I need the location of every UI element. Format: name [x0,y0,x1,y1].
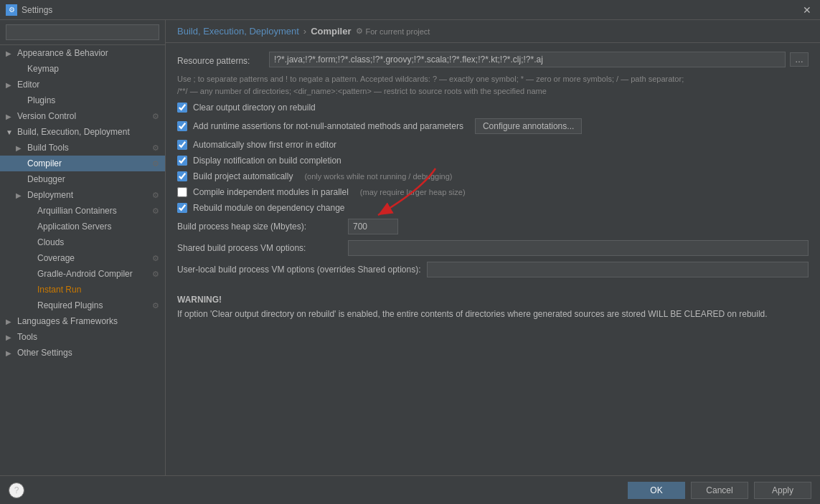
display-notification-label[interactable]: Display notification on build completion [193,156,341,166]
auto-show-error-checkbox[interactable] [177,140,187,150]
resource-patterns-label: Resource patterns: [177,54,263,66]
expand-icon: ▶ [6,318,16,325]
for-current-project: ⚙ For current project [356,27,430,36]
sidebar-item-build-exec-deploy[interactable]: ▼Build, Execution, Deployment [0,124,165,140]
sidebar-item-label: Required Plugins [37,300,149,310]
apply-button[interactable]: Apply [754,482,811,499]
sidebar-item-other-settings[interactable]: ▶Other Settings [0,345,165,361]
sidebar-item-label: Arquillian Containers [37,206,149,216]
help-button[interactable]: ? [9,482,24,498]
sidebar-item-arquillian-containers[interactable]: Arquillian Containers⚙ [0,203,165,219]
sidebar-item-debugger[interactable]: Debugger [0,171,165,187]
breadcrumb-separator: › [303,26,306,37]
search-input[interactable] [6,24,159,40]
sidebar-item-label: Deployment [27,190,149,200]
user-local-vm-label: User-local build process VM options (ove… [177,265,421,275]
warning-text: If option 'Clear output directory on reb… [177,308,809,320]
rebuild-module-row: Rebuild module on dependency change [177,203,809,213]
build-auto-checkbox[interactable] [177,171,187,181]
heap-size-row: Build process heap size (Mbytes): [177,219,809,234]
shared-vm-row: Shared build process VM options: [177,240,809,256]
sidebar-item-keymap[interactable]: Keymap [0,61,165,77]
auto-show-error-label[interactable]: Automatically show first error in editor [193,140,336,150]
expand-icon: ▶ [16,144,26,152]
compile-parallel-label[interactable]: Compile independent modules in parallel [193,187,349,197]
sidebar-item-editor[interactable]: ▶Editor [0,77,165,92]
auto-show-error-row: Automatically show first error in editor [177,140,809,150]
sidebar-item-coverage[interactable]: Coverage⚙ [0,250,165,266]
sidebar-item-version-control[interactable]: ▶Version Control⚙ [0,108,165,124]
sidebar-item-application-servers[interactable]: Application Servers [0,219,165,234]
expand-icon: ▶ [6,49,16,57]
sidebar-item-label: Editor [17,80,159,90]
gear-icon: ⚙ [152,301,159,310]
sidebar-item-instant-run[interactable]: Instant Run [0,282,165,298]
title-bar: ⚙ Settings ✕ [0,0,820,20]
display-notification-checkbox[interactable] [177,156,187,166]
gear-icon: ⚙ [152,254,159,263]
clear-output-row: Clear output directory on rebuild [177,103,809,113]
heap-size-input[interactable] [348,219,398,234]
ok-button[interactable]: OK [628,482,685,499]
sidebar-item-required-plugins[interactable]: Required Plugins⚙ [0,298,165,313]
sidebar-item-plugins[interactable]: Plugins [0,92,165,108]
expand-icon: ▶ [6,81,16,89]
sidebar-item-languages-frameworks[interactable]: ▶Languages & Frameworks [0,313,165,329]
sidebar-item-label: Build Tools [27,143,149,153]
sidebar-item-label: Languages & Frameworks [17,316,159,326]
compile-parallel-hint: (may require larger heap size) [360,188,466,196]
sidebar-item-label: Instant Run [37,285,159,295]
sidebar-item-tools[interactable]: ▶Tools [0,329,165,345]
clear-output-checkbox[interactable] [177,103,187,113]
rebuild-module-label[interactable]: Rebuild module on dependency change [193,203,345,213]
gear-icon: ⚙ [152,112,159,121]
sidebar-item-label: Application Servers [37,222,159,232]
app-icon: ⚙ [6,4,17,16]
add-runtime-checkbox[interactable] [177,121,187,131]
breadcrumb-parent[interactable]: Build, Execution, Deployment [177,26,299,37]
content-header: Build, Execution, Deployment › Compiler … [166,20,820,43]
configure-annotations-btn[interactable]: Configure annotations... [475,118,582,134]
resource-patterns-browse-btn[interactable]: … [790,52,809,67]
close-button[interactable]: ✕ [800,3,814,17]
gear-icon: ⚙ [152,143,159,153]
sidebar-item-label: Coverage [37,253,149,263]
user-local-vm-input[interactable] [427,262,809,277]
build-auto-label[interactable]: Build project automatically [193,171,293,181]
sidebar-item-deployment[interactable]: ▶Deployment⚙ [0,187,165,203]
gear-icon: ⚙ [152,159,159,168]
sidebar-item-clouds[interactable]: Clouds [0,234,165,250]
sidebar-item-appearance[interactable]: ▶Appearance & Behavior [0,45,165,61]
hint-line1: Use ; to separate patterns and ! to nega… [177,73,809,97]
sidebar-item-label: Compiler [27,158,149,168]
sidebar-item-label: Gradle-Android Compiler [37,269,149,279]
sidebar-item-label: Build, Execution, Deployment [17,127,159,137]
compile-parallel-row: Compile independent modules in parallel … [177,187,809,197]
sidebar-item-label: Tools [17,332,159,342]
sidebar-item-label: Plugins [27,95,159,105]
cancel-button[interactable]: Cancel [691,482,748,499]
sidebar-item-build-tools[interactable]: ▶Build Tools⚙ [0,140,165,156]
sidebar: ▶Appearance & Behavior Keymap▶Editor Plu… [0,20,166,475]
expand-icon: ▼ [6,128,16,136]
build-auto-hint: (only works while not running / debuggin… [304,172,452,181]
resource-patterns-input[interactable] [269,52,786,67]
sidebar-item-label: Debugger [27,174,159,184]
sidebar-item-gradle-android[interactable]: Gradle-Android Compiler⚙ [0,266,165,282]
clear-output-label[interactable]: Clear output directory on rebuild [193,103,316,113]
rebuild-module-checkbox[interactable] [177,203,187,213]
warning-title: WARNING! [177,295,809,305]
add-runtime-row: Add runtime assertions for not-null-anno… [177,118,809,134]
for-project-label: For current project [366,27,430,36]
window-title: Settings [22,5,52,15]
shared-vm-input[interactable] [348,240,809,256]
user-local-vm-row: User-local build process VM options (ove… [177,262,809,277]
heap-size-label: Build process heap size (Mbytes): [177,222,342,232]
content-area: Build, Execution, Deployment › Compiler … [166,20,820,475]
sidebar-item-compiler[interactable]: Compiler⚙ [0,156,165,171]
expand-icon: ▶ [6,349,16,357]
compile-parallel-checkbox[interactable] [177,187,187,197]
add-runtime-label[interactable]: Add runtime assertions for not-null-anno… [193,121,463,131]
bottom-bar: ? OK Cancel Apply [0,475,820,504]
sidebar-item-label: Keymap [27,64,159,74]
